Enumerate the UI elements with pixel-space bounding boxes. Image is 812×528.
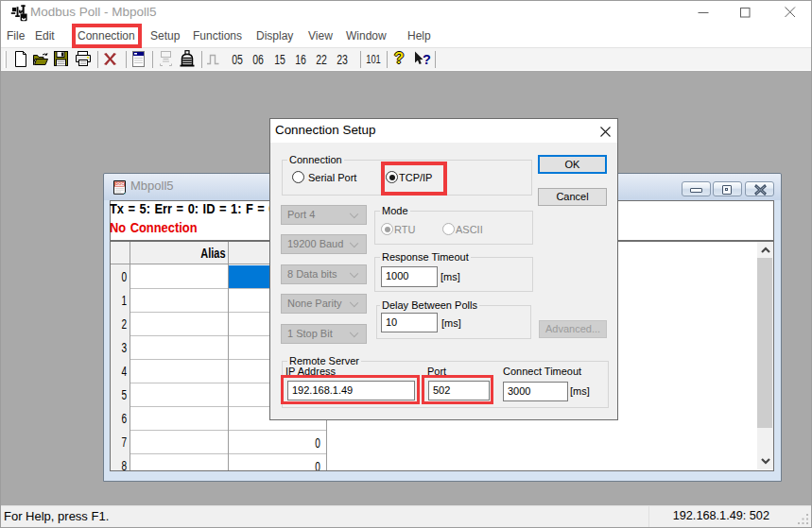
svg-text:?: ? bbox=[423, 52, 431, 67]
svg-text:DOC: DOC bbox=[115, 181, 125, 186]
